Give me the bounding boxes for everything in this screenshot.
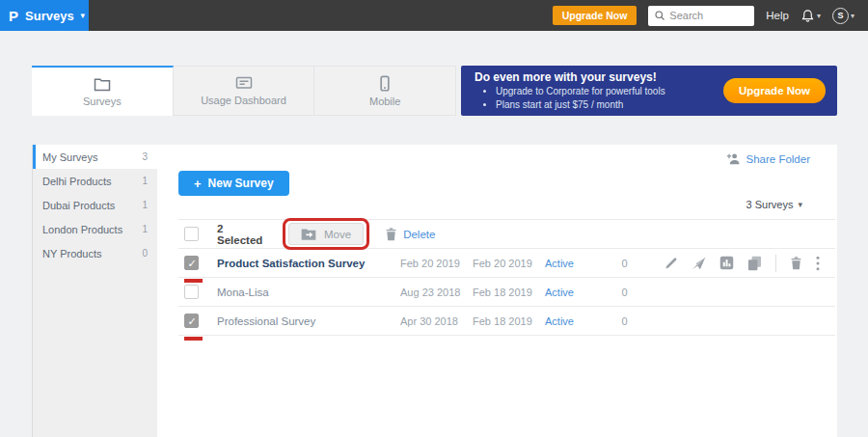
delete-action[interactable]: Delete [385, 228, 435, 241]
row-checkbox[interactable] [184, 285, 199, 299]
table-row: Mona-Lisa Aug 23 2018 Feb 18 2019 Active… [178, 278, 835, 307]
promo-bullets: Upgrade to Corporate for powerful tools … [484, 85, 665, 112]
account-menu[interactable]: S ▾ [832, 8, 854, 24]
delete-label: Delete [403, 229, 435, 240]
status-link[interactable]: Active [545, 287, 603, 298]
promo-title: Do even more with your surveys! [475, 70, 665, 84]
folder-label: London Products [42, 224, 122, 235]
tab-label: Usage Dashboard [201, 95, 286, 106]
view-tabs: Surveys Usage Dashboard Mobile [32, 66, 456, 116]
send-plane-icon[interactable] [692, 257, 706, 270]
status-link[interactable]: Active [545, 258, 603, 269]
surveys-count-dropdown[interactable]: 3 Surveys ▾ [746, 199, 802, 210]
share-folder-link[interactable]: Share Folder [726, 152, 810, 165]
tab-usage-dashboard[interactable]: Usage Dashboard [174, 67, 315, 115]
mobile-icon [378, 75, 392, 92]
surveys-count-label: 3 Surveys [746, 199, 794, 210]
promo-bullet: Plans start at just $75 / month [496, 98, 665, 112]
sidebar-item-ny-products[interactable]: NY Products 0 [33, 241, 157, 265]
search-box[interactable] [648, 6, 754, 26]
row-checkbox[interactable] [184, 256, 199, 270]
table-row: Product Satisfaction Survey Feb 20 2019 … [178, 249, 835, 278]
search-icon [654, 10, 665, 21]
dashboard-icon [235, 76, 253, 91]
promo-banner: Do even more with your surveys! Upgrade … [461, 66, 837, 116]
created-date: Apr 30 2018 [400, 315, 473, 327]
proprofs-logo-icon[interactable]: P [9, 9, 18, 23]
plus-icon: + [194, 177, 202, 191]
duplicate-copy-icon[interactable] [747, 256, 762, 271]
topbar-right: Upgrade Now Help ▾ S ▾ [553, 6, 868, 26]
more-kebab-icon[interactable] [816, 256, 820, 271]
app-window: P Surveys ▾ Upgrade Now Help ▾ S ▾ [0, 0, 868, 437]
created-date: Feb 20 2019 [400, 258, 473, 269]
survey-name-link[interactable]: Product Satisfaction Survey [217, 258, 365, 269]
row-checkbox[interactable] [184, 314, 199, 328]
new-survey-label: New Survey [208, 177, 274, 190]
annotation-move-highlight: Move [283, 218, 369, 250]
surveys-panel: Share Folder + New Survey 3 Surveys ▾ 2 … [157, 145, 837, 437]
modified-date: Feb 18 2019 [473, 315, 545, 327]
sidebar-item-my-surveys[interactable]: My Surveys 3 [33, 145, 157, 169]
chevron-down-icon: ▾ [798, 200, 802, 209]
folder-label: Delhi Products [42, 176, 112, 187]
banner-upgrade-button[interactable]: Upgrade Now [723, 78, 826, 103]
product-switcher[interactable]: P Surveys ▾ [0, 0, 89, 31]
folder-count: 1 [142, 224, 148, 234]
created-date: Aug 23 2018 [400, 287, 473, 298]
responses-count: 0 [603, 287, 646, 298]
divider [775, 255, 776, 272]
responses-count: 0 [603, 315, 646, 327]
promo-text: Do even more with your surveys! Upgrade … [461, 70, 665, 112]
chevron-down-icon: ▾ [817, 12, 821, 20]
bell-icon [800, 9, 815, 23]
help-link[interactable]: Help [766, 10, 789, 21]
bulk-action-row: 2 Selected Move Delete [178, 220, 835, 249]
product-name: Surveys [25, 9, 74, 23]
promo-bullet: Upgrade to Corporate for powerful tools [496, 85, 665, 98]
select-all-checkbox[interactable] [184, 227, 199, 241]
folder-label: Dubai Products [42, 200, 115, 211]
folder-count: 3 [142, 151, 148, 162]
survey-name-link[interactable]: Professional Survey [217, 315, 315, 327]
row-checkbox-cell [178, 314, 217, 328]
row-checkbox-cell [178, 285, 217, 299]
reports-chart-icon[interactable] [719, 256, 734, 270]
tab-label: Surveys [83, 96, 122, 107]
folder-count: 1 [142, 200, 148, 210]
move-folder-icon [301, 228, 316, 240]
row-checkbox-cell [178, 256, 217, 270]
selected-count-label: 2 Selected [217, 223, 271, 246]
upgrade-now-button[interactable]: Upgrade Now [553, 6, 637, 25]
content-area: My Surveys 3 Delhi Products 1 Dubai Prod… [32, 145, 837, 437]
share-user-icon [726, 152, 741, 165]
surveys-table: 2 Selected Move Delete [178, 219, 835, 336]
move-label: Move [324, 229, 351, 240]
trash-icon [385, 228, 397, 241]
sidebar-item-london-products[interactable]: London Products 1 [33, 217, 157, 241]
new-survey-button[interactable]: + New Survey [178, 171, 289, 196]
tab-label: Mobile [369, 96, 400, 107]
move-button[interactable]: Move [288, 223, 364, 245]
avatar: S [832, 8, 849, 24]
survey-name-link[interactable]: Mona-Lisa [217, 287, 269, 298]
trash-icon[interactable] [790, 257, 802, 270]
folder-icon [94, 77, 111, 92]
tab-mobile[interactable]: Mobile [314, 67, 455, 115]
modified-date: Feb 18 2019 [473, 287, 545, 298]
chevron-down-icon: ▾ [81, 11, 86, 20]
search-input[interactable] [669, 10, 746, 21]
responses-count: 0 [603, 258, 646, 269]
tab-surveys[interactable]: Surveys [32, 66, 174, 116]
folder-count: 1 [142, 176, 148, 186]
share-folder-label: Share Folder [746, 153, 810, 165]
notifications-menu[interactable]: ▾ [800, 9, 821, 23]
sidebar-item-delhi-products[interactable]: Delhi Products 1 [33, 169, 157, 193]
top-bar: P Surveys ▾ Upgrade Now Help ▾ S ▾ [0, 0, 868, 31]
sidebar-item-dubai-products[interactable]: Dubai Products 1 [33, 193, 157, 217]
edit-pencil-icon[interactable] [665, 257, 678, 270]
status-link[interactable]: Active [545, 315, 603, 327]
table-row: Professional Survey Apr 30 2018 Feb 18 2… [178, 307, 835, 336]
annotation-checkbox-underline [184, 337, 203, 341]
select-all-cell [178, 227, 217, 241]
